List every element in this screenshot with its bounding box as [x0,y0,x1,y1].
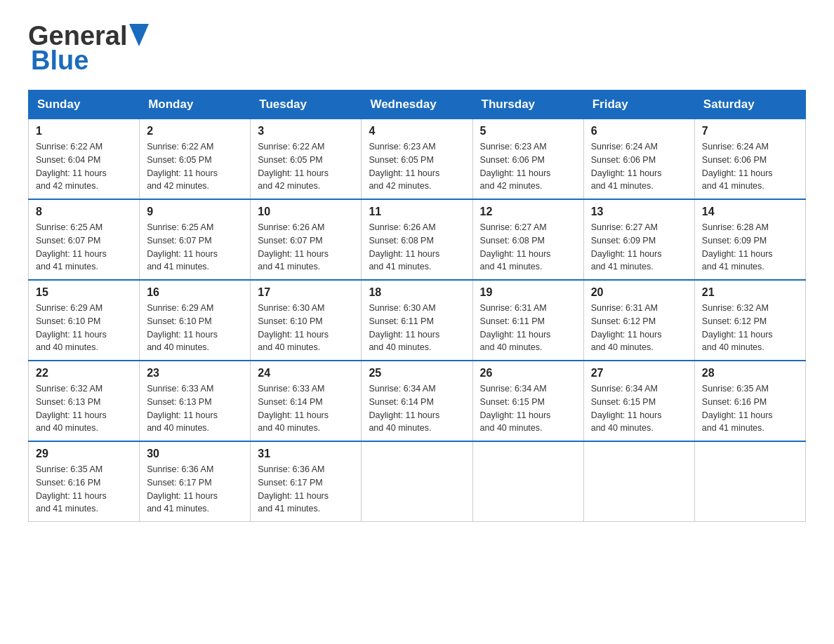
day-info: Sunrise: 6:22 AMSunset: 6:05 PMDaylight:… [147,140,243,193]
day-info: Sunrise: 6:31 AMSunset: 6:12 PMDaylight:… [591,302,687,354]
day-number: 17 [258,286,354,299]
day-number: 21 [702,286,798,299]
day-number: 9 [147,206,243,218]
calendar-cell: 17 Sunrise: 6:30 AMSunset: 6:10 PMDaylig… [251,280,362,361]
day-info: Sunrise: 6:26 AMSunset: 6:07 PMDaylight:… [258,221,354,274]
calendar-cell: 8 Sunrise: 6:25 AMSunset: 6:07 PMDayligh… [29,199,140,280]
day-number: 11 [369,206,465,218]
day-info: Sunrise: 6:29 AMSunset: 6:10 PMDaylight:… [147,302,243,354]
calendar-cell: 20 Sunrise: 6:31 AMSunset: 6:12 PMDaylig… [583,280,694,361]
day-info: Sunrise: 6:34 AMSunset: 6:15 PMDaylight:… [591,382,687,435]
day-number: 29 [36,448,132,460]
calendar-cell: 24 Sunrise: 6:33 AMSunset: 6:14 PMDaylig… [251,361,362,441]
calendar-cell: 9 Sunrise: 6:25 AMSunset: 6:07 PMDayligh… [140,199,251,280]
day-info: Sunrise: 6:36 AMSunset: 6:17 PMDaylight:… [258,463,354,516]
day-info: Sunrise: 6:23 AMSunset: 6:06 PMDaylight:… [480,140,576,193]
day-info: Sunrise: 6:35 AMSunset: 6:16 PMDaylight:… [702,382,798,435]
day-info: Sunrise: 6:30 AMSunset: 6:11 PMDaylight:… [369,302,465,354]
calendar-cell: 31 Sunrise: 6:36 AMSunset: 6:17 PMDaylig… [251,441,362,522]
calendar-cell: 21 Sunrise: 6:32 AMSunset: 6:12 PMDaylig… [694,280,805,361]
calendar-cell: 28 Sunrise: 6:35 AMSunset: 6:16 PMDaylig… [694,361,805,441]
day-number: 28 [702,367,798,380]
calendar-cell: 23 Sunrise: 6:33 AMSunset: 6:13 PMDaylig… [140,361,251,441]
weekday-header-sunday: Sunday [29,90,140,119]
day-number: 18 [369,286,465,299]
weekday-header-friday: Friday [583,90,694,119]
day-info: Sunrise: 6:31 AMSunset: 6:11 PMDaylight:… [480,302,576,354]
calendar-cell [472,441,583,522]
day-number: 26 [480,367,576,380]
calendar-cell: 7 Sunrise: 6:24 AMSunset: 6:06 PMDayligh… [694,119,805,200]
calendar-cell: 12 Sunrise: 6:27 AMSunset: 6:08 PMDaylig… [472,199,583,280]
day-number: 2 [147,125,243,137]
calendar-cell: 14 Sunrise: 6:28 AMSunset: 6:09 PMDaylig… [694,199,805,280]
calendar-cell: 4 Sunrise: 6:23 AMSunset: 6:05 PMDayligh… [362,119,472,200]
calendar-cell: 13 Sunrise: 6:27 AMSunset: 6:09 PMDaylig… [583,199,694,280]
calendar-cell: 2 Sunrise: 6:22 AMSunset: 6:05 PMDayligh… [140,119,251,200]
weekday-header-row: SundayMondayTuesdayWednesdayThursdayFrid… [29,90,806,119]
day-info: Sunrise: 6:23 AMSunset: 6:05 PMDaylight:… [369,140,465,193]
day-number: 6 [591,125,687,137]
day-number: 16 [147,286,243,299]
calendar-cell: 19 Sunrise: 6:31 AMSunset: 6:11 PMDaylig… [472,280,583,361]
calendar-week-row: 15 Sunrise: 6:29 AMSunset: 6:10 PMDaylig… [29,280,806,361]
calendar-cell: 16 Sunrise: 6:29 AMSunset: 6:10 PMDaylig… [140,280,251,361]
calendar-week-row: 29 Sunrise: 6:35 AMSunset: 6:16 PMDaylig… [29,441,806,522]
weekday-header-thursday: Thursday [472,90,583,119]
calendar-cell [362,441,472,522]
weekday-header-monday: Monday [140,90,251,119]
svg-marker-0 [129,24,149,46]
day-number: 4 [369,125,465,137]
weekday-header-tuesday: Tuesday [251,90,362,119]
calendar-cell: 29 Sunrise: 6:35 AMSunset: 6:16 PMDaylig… [29,441,140,522]
day-number: 12 [480,206,576,218]
logo: General Blue [28,21,149,76]
weekday-header-wednesday: Wednesday [362,90,472,119]
day-info: Sunrise: 6:33 AMSunset: 6:14 PMDaylight:… [258,382,354,435]
logo-arrow-icon [129,24,149,46]
calendar-cell: 18 Sunrise: 6:30 AMSunset: 6:11 PMDaylig… [362,280,472,361]
day-number: 20 [591,286,687,299]
day-info: Sunrise: 6:33 AMSunset: 6:13 PMDaylight:… [147,382,243,435]
calendar-cell: 26 Sunrise: 6:34 AMSunset: 6:15 PMDaylig… [472,361,583,441]
page-header: General Blue [28,21,806,76]
day-number: 30 [147,448,243,460]
calendar-cell: 27 Sunrise: 6:34 AMSunset: 6:15 PMDaylig… [583,361,694,441]
calendar-week-row: 8 Sunrise: 6:25 AMSunset: 6:07 PMDayligh… [29,199,806,280]
day-number: 24 [258,367,354,380]
day-number: 25 [369,367,465,380]
day-number: 10 [258,206,354,218]
day-number: 1 [36,125,132,137]
day-info: Sunrise: 6:25 AMSunset: 6:07 PMDaylight:… [147,221,243,274]
calendar-cell: 30 Sunrise: 6:36 AMSunset: 6:17 PMDaylig… [140,441,251,522]
day-info: Sunrise: 6:26 AMSunset: 6:08 PMDaylight:… [369,221,465,274]
day-number: 19 [480,286,576,299]
day-number: 22 [36,367,132,380]
day-number: 23 [147,367,243,380]
day-number: 5 [480,125,576,137]
day-number: 8 [36,206,132,218]
calendar-cell: 15 Sunrise: 6:29 AMSunset: 6:10 PMDaylig… [29,280,140,361]
calendar-week-row: 22 Sunrise: 6:32 AMSunset: 6:13 PMDaylig… [29,361,806,441]
day-number: 14 [702,206,798,218]
day-info: Sunrise: 6:25 AMSunset: 6:07 PMDaylight:… [36,221,132,274]
calendar-cell: 25 Sunrise: 6:34 AMSunset: 6:14 PMDaylig… [362,361,472,441]
calendar-cell: 11 Sunrise: 6:26 AMSunset: 6:08 PMDaylig… [362,199,472,280]
day-info: Sunrise: 6:29 AMSunset: 6:10 PMDaylight:… [36,302,132,354]
calendar-cell: 1 Sunrise: 6:22 AMSunset: 6:04 PMDayligh… [29,119,140,200]
calendar-cell [583,441,694,522]
day-info: Sunrise: 6:22 AMSunset: 6:04 PMDaylight:… [36,140,132,193]
calendar-table: SundayMondayTuesdayWednesdayThursdayFrid… [28,90,806,522]
day-info: Sunrise: 6:34 AMSunset: 6:14 PMDaylight:… [369,382,465,435]
day-number: 7 [702,125,798,137]
day-info: Sunrise: 6:24 AMSunset: 6:06 PMDaylight:… [702,140,798,193]
day-number: 15 [36,286,132,299]
logo-blue: Blue [31,46,88,76]
calendar-cell: 3 Sunrise: 6:22 AMSunset: 6:05 PMDayligh… [251,119,362,200]
calendar-cell: 5 Sunrise: 6:23 AMSunset: 6:06 PMDayligh… [472,119,583,200]
day-info: Sunrise: 6:27 AMSunset: 6:08 PMDaylight:… [480,221,576,274]
day-info: Sunrise: 6:24 AMSunset: 6:06 PMDaylight:… [591,140,687,193]
day-info: Sunrise: 6:27 AMSunset: 6:09 PMDaylight:… [591,221,687,274]
day-info: Sunrise: 6:22 AMSunset: 6:05 PMDaylight:… [258,140,354,193]
day-number: 27 [591,367,687,380]
